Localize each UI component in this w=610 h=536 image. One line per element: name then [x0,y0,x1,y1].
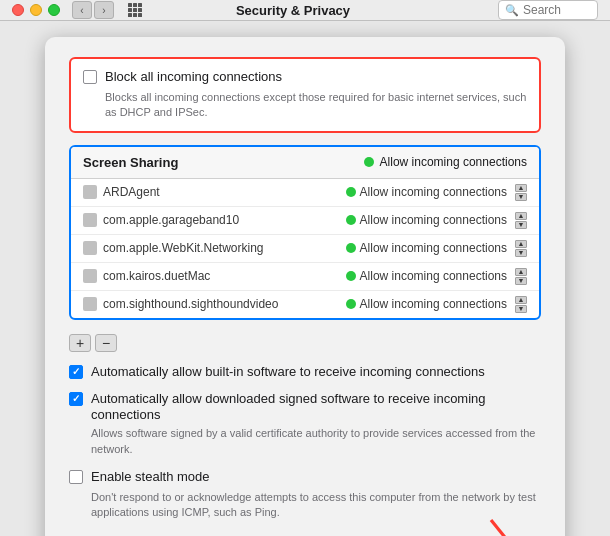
app-status-4: Allow incoming connections ▲ ▼ [346,296,527,313]
table-row: com.apple.WebKit.Networking Allow incomi… [71,235,539,263]
close-button[interactable] [12,4,24,16]
green-dot-2 [346,243,356,253]
app-status-2: Allow incoming connections ▲ ▼ [346,240,527,257]
app-name-0: ARDAgent [83,185,160,199]
firewall-header-label: Screen Sharing [83,155,178,170]
minimize-button[interactable] [30,4,42,16]
block-incoming-checkbox[interactable] [83,70,97,84]
app-icon-0 [83,185,97,199]
stepper-down-3[interactable]: ▼ [515,277,527,285]
auto-builtin-checkbox[interactable] [69,365,83,379]
green-dot-1 [346,215,356,225]
stepper-up-4[interactable]: ▲ [515,296,527,304]
app-name-1: com.apple.garageband10 [83,213,239,227]
auto-builtin-checkbox-row: Automatically allow built-in software to… [69,364,541,381]
app-status-0: Allow incoming connections ▲ ▼ [346,184,527,201]
search-box[interactable]: 🔍 [498,0,598,20]
green-dot-3 [346,271,356,281]
main-area: Block all incoming connections Blocks al… [0,21,610,536]
app-icon-3 [83,269,97,283]
stepper-0[interactable]: ▲ ▼ [515,184,527,201]
stepper-down-0[interactable]: ▼ [515,193,527,201]
stealth-checkbox[interactable] [69,470,83,484]
block-incoming-desc: Blocks all incoming connections except t… [105,90,527,121]
block-incoming-section: Block all incoming connections Blocks al… [69,57,541,133]
green-dot-4 [346,299,356,309]
block-incoming-label: Block all incoming connections [105,69,282,86]
add-remove-row: + − [69,334,541,352]
remove-app-button[interactable]: − [95,334,117,352]
app-name-2: com.apple.WebKit.Networking [83,241,264,255]
titlebar: ‹ › Security & Privacy 🔍 [0,0,610,21]
firewall-header-status-label: Allow incoming connections [380,155,527,169]
stealth-label: Enable stealth mode [91,469,210,486]
firewall-header: Screen Sharing Allow incoming connection… [71,147,539,179]
stepper-down-2[interactable]: ▼ [515,249,527,257]
app-name-3: com.kairos.duetMac [83,269,210,283]
green-dot-0 [346,187,356,197]
auto-signed-desc: Allows software signed by a valid certif… [91,426,541,457]
table-row: com.kairos.duetMac Allow incoming connec… [71,263,539,291]
auto-section: Automatically allow built-in software to… [69,364,541,457]
app-icon-2 [83,241,97,255]
app-name-4: com.sighthound.sighthoundvideo [83,297,278,311]
stealth-desc: Don't respond to or acknowledge attempts… [91,490,541,521]
search-icon: 🔍 [505,4,519,17]
green-dot-header [364,157,374,167]
search-input[interactable] [523,3,593,17]
firewall-table: Screen Sharing Allow incoming connection… [69,145,541,320]
auto-builtin-label: Automatically allow built-in software to… [91,364,485,381]
firewall-header-status: Allow incoming connections [364,155,527,169]
stepper-3[interactable]: ▲ ▼ [515,268,527,285]
stepper-down-1[interactable]: ▼ [515,221,527,229]
back-button[interactable]: ‹ [72,1,92,19]
stepper-up-3[interactable]: ▲ [515,268,527,276]
traffic-lights [12,4,60,16]
stealth-checkbox-row: Enable stealth mode [69,469,541,486]
app-status-3: Allow incoming connections ▲ ▼ [346,268,527,285]
dialog: Block all incoming connections Blocks al… [45,37,565,536]
dialog-wrapper: Block all incoming connections Blocks al… [45,37,565,536]
app-icon-4 [83,297,97,311]
auto-signed-row: Automatically allow downloaded signed so… [69,391,541,458]
app-icon-1 [83,213,97,227]
block-incoming-row: Block all incoming connections [83,69,527,86]
table-row: com.sighthound.sighthoundvideo Allow inc… [71,291,539,318]
table-row: ARDAgent Allow incoming connections ▲ ▼ [71,179,539,207]
stepper-up-2[interactable]: ▲ [515,240,527,248]
stepper-down-4[interactable]: ▼ [515,305,527,313]
stepper-2[interactable]: ▲ ▼ [515,240,527,257]
table-row: com.apple.garageband10 Allow incoming co… [71,207,539,235]
stealth-row: Enable stealth mode Don't respond to or … [69,469,541,521]
page-title: Security & Privacy [96,3,490,18]
stepper-1[interactable]: ▲ ▼ [515,212,527,229]
auto-signed-checkbox[interactable] [69,392,83,406]
app-status-1: Allow incoming connections ▲ ▼ [346,212,527,229]
auto-signed-checkbox-row: Automatically allow downloaded signed so… [69,391,541,425]
auto-builtin-row: Automatically allow built-in software to… [69,364,541,381]
stepper-up-1[interactable]: ▲ [515,212,527,220]
zoom-button[interactable] [48,4,60,16]
stepper-up-0[interactable]: ▲ [515,184,527,192]
auto-signed-label: Automatically allow downloaded signed so… [91,391,541,425]
add-app-button[interactable]: + [69,334,91,352]
stepper-4[interactable]: ▲ ▼ [515,296,527,313]
